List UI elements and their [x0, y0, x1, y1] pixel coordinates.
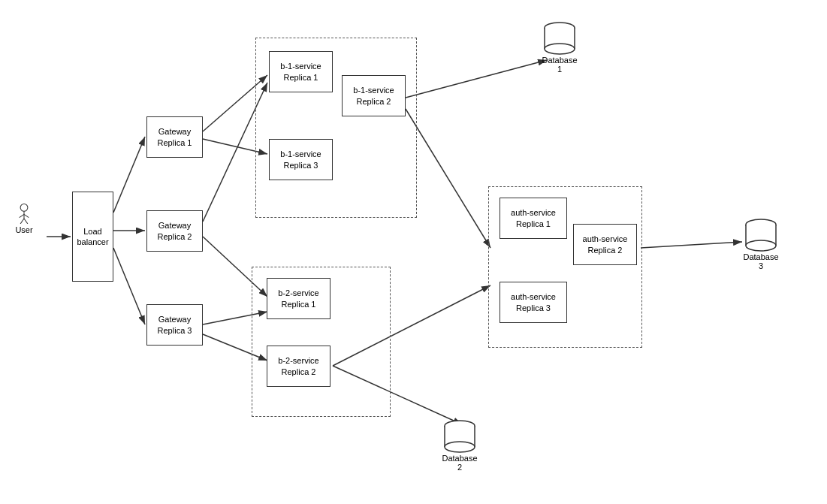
diagram-container: User Loadbalancer GatewayReplica 1 Gatew…: [0, 0, 827, 504]
b2-replica-1-label: b-2-serviceReplica 1: [278, 288, 318, 309]
b1-replica-2-label: b-1-serviceReplica 2: [353, 85, 394, 107]
b2-service-replica-1-node: b-2-serviceReplica 1: [267, 278, 330, 319]
svg-line-19: [20, 214, 24, 217]
svg-line-13: [406, 109, 490, 248]
database-3-label: Database3: [743, 252, 778, 270]
auth-replica-1-label: auth-serviceReplica 1: [511, 207, 556, 229]
auth-replica-3-label: auth-serviceReplica 3: [511, 291, 556, 313]
database-3-icon: [743, 219, 779, 252]
gateway-replica-2-node: GatewayReplica 2: [146, 210, 203, 252]
b2-replica-2-label: b-2-serviceReplica 2: [278, 355, 318, 377]
load-balancer-label: Loadbalancer: [77, 226, 108, 248]
database-2-label: Database2: [442, 454, 477, 472]
svg-line-22: [24, 219, 28, 224]
svg-line-16: [641, 242, 742, 248]
svg-point-17: [20, 204, 28, 211]
gateway-replica-1-node: GatewayReplica 1: [146, 116, 203, 158]
user-node: User: [14, 203, 35, 234]
svg-point-27: [545, 44, 575, 54]
b2-service-replica-2-node: b-2-serviceReplica 2: [267, 346, 330, 387]
b1-service-replica-2-node: b-1-serviceReplica 2: [342, 75, 406, 116]
auth-replica-2-label: auth-serviceReplica 2: [583, 234, 628, 255]
auth-service-replica-3-node: auth-serviceReplica 3: [500, 282, 567, 323]
user-icon: [14, 203, 35, 224]
svg-point-37: [746, 240, 776, 251]
b1-replica-1-label: b-1-serviceReplica 1: [280, 61, 321, 83]
b1-replica-3-label: b-1-serviceReplica 3: [280, 149, 321, 171]
database-2-node: Database2: [433, 419, 486, 472]
svg-line-3: [113, 137, 145, 213]
user-label: User: [15, 225, 32, 234]
gateway-replica-3-node: GatewayReplica 3: [146, 304, 203, 346]
gateway-replica-3-label: GatewayReplica 3: [158, 314, 192, 336]
svg-point-32: [445, 442, 475, 452]
database-3-node: Database3: [735, 218, 787, 270]
database-1-label: Database1: [542, 56, 577, 74]
b1-service-replica-3-node: b-1-serviceReplica 3: [269, 139, 333, 180]
svg-line-20: [24, 214, 29, 217]
database-1-node: Database1: [533, 21, 586, 74]
svg-line-21: [20, 219, 24, 224]
auth-service-replica-1-node: auth-serviceReplica 1: [500, 198, 567, 239]
b1-service-replica-1-node: b-1-serviceReplica 1: [269, 51, 333, 92]
svg-line-5: [113, 248, 145, 324]
svg-line-12: [406, 60, 547, 98]
auth-service-replica-2-node: auth-serviceReplica 2: [573, 224, 637, 265]
database-2-icon: [442, 420, 478, 454]
database-1-icon: [542, 22, 578, 56]
gateway-replica-2-label: GatewayReplica 2: [158, 220, 192, 242]
load-balancer-node: Loadbalancer: [72, 192, 113, 282]
gateway-replica-1-label: GatewayReplica 1: [158, 126, 192, 148]
